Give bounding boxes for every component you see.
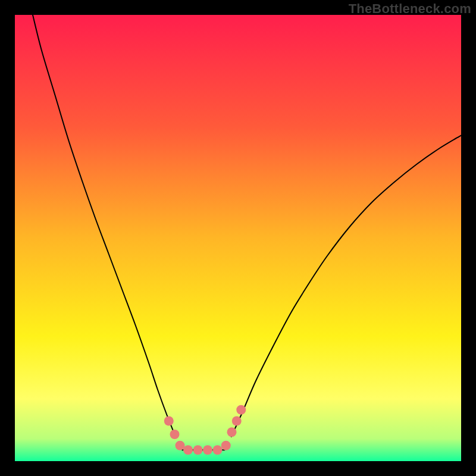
- marker-fit-points: [164, 416, 174, 426]
- marker-fit-points: [221, 441, 231, 450]
- marker-fit-points: [203, 445, 212, 455]
- marker-fit-points: [170, 430, 180, 439]
- marker-fit-points: [236, 405, 246, 415]
- marker-fit-points: [213, 445, 223, 455]
- plot-background: [15, 15, 461, 461]
- marker-fit-points: [232, 416, 242, 426]
- marker-fit-points: [193, 445, 203, 455]
- marker-fit-points: [183, 445, 193, 455]
- chart-frame: TheBottleneck.com: [0, 0, 476, 476]
- marker-fit-points: [227, 427, 237, 437]
- chart-plot: [15, 15, 461, 461]
- marker-fit-points: [176, 441, 185, 450]
